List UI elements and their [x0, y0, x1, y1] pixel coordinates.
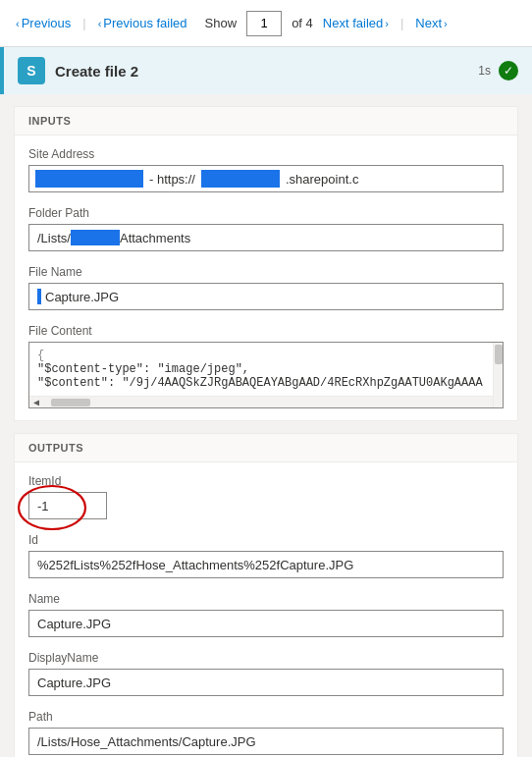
next-failed-label: Next failed [323, 16, 383, 30]
folder-path-label: Folder Path [28, 206, 504, 220]
inputs-section-header: INPUTS [15, 107, 517, 135]
outputs-section-label: OUTPUTS [28, 442, 83, 454]
file-name-blur [37, 289, 41, 304]
path-text: /Lists/Hose_Attachments/Capture.JPG [37, 734, 256, 749]
previous-label: Previous [22, 16, 72, 30]
action-duration: 1s [478, 64, 491, 78]
of-total-label: of 4 [292, 16, 313, 30]
outputs-section-body: ItemId -1 Id %252fLists%252fHose_Attachm… [15, 462, 517, 757]
file-name-text: Capture.JPG [45, 290, 119, 304]
outputs-section: OUTPUTS ItemId -1 Id %252fLists%252fHose… [14, 433, 518, 757]
chevron-left-failed-icon: ‹ [98, 18, 102, 29]
display-name-field: DisplayName Capture.JPG [28, 651, 504, 696]
path-field: Path /Lists/Hose_Attachments/Capture.JPG [28, 710, 504, 755]
success-icon: ✓ [499, 61, 518, 81]
file-content-line1: "$content-type": "image/jpeg", [37, 362, 495, 376]
previous-failed-label: Previous failed [103, 16, 186, 30]
scroll-left-icon[interactable]: ◀ [31, 397, 41, 408]
chevron-right-failed-icon: › [385, 18, 389, 29]
previous-failed-button[interactable]: ‹ Previous failed [94, 14, 191, 32]
path-value: /Lists/Hose_Attachments/Capture.JPG [28, 728, 504, 755]
file-content-value: { "$content-type": "image/jpeg", "$conte… [28, 342, 504, 408]
name-value: Capture.JPG [28, 610, 504, 637]
vertical-scrollbar[interactable] [493, 343, 503, 407]
itemid-label: ItemId [28, 474, 504, 488]
site-address-value: - https:// .sharepoint.c [28, 165, 504, 192]
show-label: Show [205, 16, 238, 30]
folder-blur [71, 230, 120, 245]
folder-path-field: Folder Path /Lists/ Attachments [28, 206, 504, 251]
site-address-dash: - https:// [149, 172, 195, 187]
inputs-section-body: Site Address - https:// .sharepoint.c Fo… [15, 135, 517, 420]
action-icon: S [18, 57, 45, 84]
site-address-domain: .sharepoint.c [286, 172, 358, 187]
horizontal-scrollbar-row: ◀ ▶ [29, 396, 503, 407]
outputs-section-header: OUTPUTS [15, 434, 517, 462]
file-content-line2: "$content": "/9j/4AAQSkZJRgABAQEAYABgAAD… [37, 376, 495, 390]
file-name-value: Capture.JPG [28, 283, 504, 310]
id-value: %252fLists%252fHose_Attachments%252fCapt… [28, 551, 504, 578]
next-button[interactable]: Next › [411, 14, 451, 32]
action-icon-letter: S [27, 63, 35, 79]
chevron-left-icon: ‹ [16, 18, 20, 29]
previous-button[interactable]: ‹ Previous [12, 14, 75, 32]
separator-2: | [400, 16, 403, 30]
name-text: Capture.JPG [37, 617, 111, 631]
folder-path-value: /Lists/ Attachments [28, 224, 504, 251]
page-number-input[interactable] [246, 11, 282, 36]
id-text: %252fLists%252fHose_Attachments%252fCapt… [37, 558, 353, 572]
id-field: Id %252fLists%252fHose_Attachments%252fC… [28, 533, 504, 578]
itemid-field: ItemId -1 [28, 474, 504, 519]
next-failed-button[interactable]: Next failed › [319, 14, 393, 32]
itemid-value: -1 [28, 492, 107, 519]
name-label: Name [28, 592, 504, 606]
chevron-right-icon: › [444, 18, 448, 29]
display-name-value: Capture.JPG [28, 669, 504, 696]
file-name-label: File Name [28, 265, 504, 279]
site-address-blur-1 [35, 170, 143, 188]
top-navigation: ‹ Previous | ‹ Previous failed Show of 4… [0, 0, 532, 47]
name-field: Name Capture.JPG [28, 592, 504, 637]
display-name-label: DisplayName [28, 651, 504, 665]
separator-1: | [82, 16, 85, 30]
horizontal-scrollbar-track [41, 399, 491, 406]
itemid-text: -1 [37, 499, 49, 514]
display-name-text: Capture.JPG [37, 676, 111, 690]
id-label: Id [28, 533, 504, 547]
horizontal-scrollbar-thumb [51, 399, 90, 406]
inputs-section-label: INPUTS [28, 115, 71, 127]
inputs-section: INPUTS Site Address - https:// .sharepoi… [14, 106, 518, 421]
file-name-field: File Name Capture.JPG [28, 265, 504, 310]
file-content-label: File Content [28, 324, 504, 338]
path-label: Path [28, 710, 504, 724]
next-label: Next [415, 16, 442, 30]
action-header: S Create file 2 1s ✓ [0, 47, 532, 94]
file-content-inner: { "$content-type": "image/jpeg", "$conte… [29, 343, 503, 396]
site-address-blur-2 [201, 170, 280, 188]
site-address-label: Site Address [28, 147, 504, 161]
action-title: Create file 2 [55, 63, 478, 80]
file-content-field: File Content { "$content-type": "image/j… [28, 324, 504, 408]
vertical-scrollbar-thumb [495, 345, 503, 364]
itemid-annotated: -1 [28, 492, 504, 519]
site-address-field: Site Address - https:// .sharepoint.c [28, 147, 504, 192]
